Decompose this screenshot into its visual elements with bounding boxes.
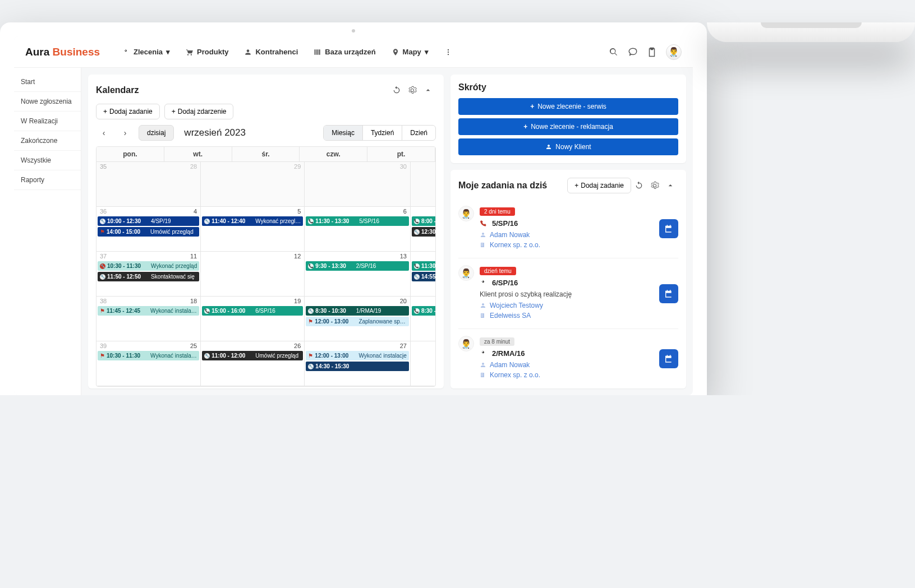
main-nav: Zlecenia▾ Produkty Kontrahenci Baza urzą…: [122, 48, 609, 56]
collapse-icon[interactable]: [663, 178, 678, 193]
calendar-cell[interactable]: 3925⚑10:30 - 11:30Wykonać instala…: [96, 341, 201, 386]
calendar-event[interactable]: ⚑11:45 - 12:45Wykonać instala…: [98, 306, 199, 316]
task-person[interactable]: Adam Nowak: [480, 361, 654, 369]
calendar-cell[interactable]: 20🔧8:30 - 10:301/RMA/19⚑12:00 - 13:00Zap…: [305, 297, 411, 341]
calendar-cell[interactable]: 364🔧10:00 - 12:304/SP/19⚑14:00 - 15:00Um…: [96, 207, 201, 252]
task-company[interactable]: Kornex sp. z o.o.: [480, 371, 654, 379]
calendar-cell[interactable]: 3818⚑11:45 - 12:45Wykonać instala…: [96, 297, 201, 341]
view-month[interactable]: Miesiąc: [324, 126, 363, 140]
task-company[interactable]: Edelweiss SA: [480, 312, 654, 320]
refresh-icon[interactable]: [389, 82, 404, 98]
nav-baza[interactable]: Baza urządzeń: [314, 48, 375, 56]
shortcut-serwis[interactable]: +Nowe zlecenie - serwis: [458, 98, 678, 115]
shortcut-klient[interactable]: Nowy Klient: [458, 138, 678, 155]
calendar-cell[interactable]: 19📞15:00 - 16:006/SP/16: [201, 297, 305, 341]
user-avatar[interactable]: 👨‍⚕️: [666, 44, 682, 60]
calendar-event[interactable]: 📞8:30 - 10:304/SP/16: [412, 306, 436, 316]
task-item: 👨‍⚕️dzień temu6/SP/16Klient prosi o szyb…: [458, 258, 678, 329]
calendar-event[interactable]: 📞15:00 - 16:006/SP/16: [202, 306, 303, 316]
task-ref[interactable]: 6/SP/16: [480, 279, 654, 287]
calendar-cell[interactable]: 31: [411, 162, 436, 207]
calendar-cell[interactable]: 28: [411, 341, 436, 386]
sidebar-zakonczone[interactable]: Zakończone: [14, 131, 81, 151]
calendar-event[interactable]: 🔧11:40 - 12:40Wykonać przegl…: [202, 216, 303, 226]
collapse-icon[interactable]: [420, 82, 436, 98]
shortcuts-panel: Skróty +Nowe zlecenie - serwis +Nowe zle…: [450, 75, 686, 163]
task-company[interactable]: Kornex sp. z o.o.: [480, 241, 654, 249]
calendar-event[interactable]: 📞11:30 - 13:301/RMA/19: [412, 261, 436, 271]
calendar-event[interactable]: 📞8:00 - 10:006/SP/16: [412, 216, 436, 226]
calendar-cell[interactable]: 14📞11:30 - 13:301/RMA/19🔧14:55 - 15:551/…: [411, 252, 436, 297]
task-person[interactable]: Adam Nowak: [480, 231, 654, 239]
calendar-cell[interactable]: 3711🔧10:30 - 11:30Wykonać przegląd🔧11:50…: [96, 252, 201, 297]
sidebar-realizacji[interactable]: W Realizacji: [14, 112, 81, 131]
task-badge: dzień temu: [480, 267, 516, 275]
calendar-event[interactable]: 🔧14:55 - 15:551/SP/21: [412, 272, 436, 281]
tasks-add-button[interactable]: + Dodaj zadanie: [567, 178, 631, 193]
shortcut-reklamacja[interactable]: +Nowe zlecenie - reklamacja: [458, 118, 678, 135]
calendar-title: Kalendarz: [96, 85, 389, 95]
calendar-event[interactable]: ⚑10:30 - 11:30Wykonać instala…: [98, 351, 199, 360]
shortcuts-title: Skróty: [458, 82, 678, 92]
view-week[interactable]: Tydzień: [363, 126, 402, 140]
clipboard-icon[interactable]: [647, 47, 657, 57]
nav-more[interactable]: [444, 48, 452, 56]
nav-mapy[interactable]: Mapy▾: [392, 48, 429, 56]
calendar-event[interactable]: 🔧14:30 - 15:30: [306, 362, 409, 371]
nav-zlecenia[interactable]: Zlecenia▾: [122, 48, 170, 56]
task-ref[interactable]: 2/RMA/16: [480, 349, 654, 358]
calendar-event[interactable]: ⚑12:00 - 13:00Zaplanowane sp…: [306, 317, 409, 326]
next-month[interactable]: ›: [117, 125, 133, 141]
calendar-cell[interactable]: 7📞8:00 - 10:006/SP/16🔧12:30 - 13:30: [411, 207, 436, 252]
task-avatar: 👨‍⚕️: [458, 206, 474, 221]
svg-point-2: [448, 53, 449, 54]
calendar-cell[interactable]: 30: [305, 162, 411, 207]
calendar-cell[interactable]: 26🔧11:00 - 12:00Umówić przegląd: [201, 341, 305, 386]
calendar-cell[interactable]: 12: [201, 252, 305, 297]
month-label: wrzesień 2023: [184, 127, 246, 138]
gear-icon[interactable]: [647, 178, 663, 193]
sidebar-start[interactable]: Start: [14, 72, 81, 92]
task-calendar-button[interactable]: [659, 284, 678, 303]
chat-icon[interactable]: [628, 47, 638, 57]
refresh-icon[interactable]: [631, 178, 647, 193]
calendar-event[interactable]: 🔧11:50 - 12:50Skontaktować się: [98, 272, 199, 281]
nav-produkty[interactable]: Produkty: [186, 48, 228, 56]
task-avatar: 👨‍⚕️: [458, 336, 474, 351]
calendar-cell[interactable]: 13📞9:30 - 13:302/SP/16: [305, 252, 411, 297]
today-button[interactable]: dzisiaj: [139, 125, 174, 141]
calendar-cell[interactable]: 21📞8:30 - 10:304/SP/16: [411, 297, 436, 341]
calendar-cell[interactable]: 6📞11:30 - 13:305/SP/16: [305, 207, 411, 252]
task-ref[interactable]: 5/SP/16: [480, 219, 654, 228]
task-calendar-button[interactable]: [659, 349, 678, 368]
search-icon[interactable]: [609, 47, 619, 57]
calendar-event[interactable]: ⚑12:00 - 13:00Wykonać instalacje: [306, 351, 409, 360]
add-event-button[interactable]: + Dodaj zdarzenie: [164, 104, 234, 119]
calendar-event[interactable]: 🔧12:30 - 13:30: [412, 227, 436, 237]
task-calendar-button[interactable]: [659, 219, 678, 238]
view-day[interactable]: Dzień: [402, 126, 435, 140]
sidebar-nowe[interactable]: Nowe zgłoszenia: [14, 92, 81, 112]
sidebar-wszystkie[interactable]: Wszystkie: [14, 151, 81, 170]
calendar-event[interactable]: 🔧10:30 - 11:30Wykonać przegląd: [98, 261, 199, 271]
chevron-down-icon: ▾: [166, 48, 170, 56]
nav-kontrahenci[interactable]: Kontrahenci: [244, 48, 298, 56]
calendar-event[interactable]: 📞9:30 - 13:302/SP/16: [306, 261, 409, 271]
calendar-cell[interactable]: 5🔧11:40 - 12:40Wykonać przegl…: [201, 207, 305, 252]
calendar-event[interactable]: 📞11:30 - 13:305/SP/16: [306, 216, 409, 226]
task-person[interactable]: Wojciech Testowy: [480, 302, 654, 309]
gear-icon[interactable]: [404, 82, 420, 98]
sidebar-raporty[interactable]: Raporty: [14, 170, 81, 190]
task-item: 👨‍⚕️za 8 minut2/RMA/16Adam NowakKornex s…: [458, 329, 678, 388]
calendar-cell[interactable]: 3528: [96, 162, 201, 207]
add-task-button[interactable]: + Dodaj zadanie: [96, 104, 160, 119]
calendar-event[interactable]: 🔧10:00 - 12:304/SP/19: [98, 216, 199, 226]
calendar-cell[interactable]: 29: [201, 162, 305, 207]
prev-month[interactable]: ‹: [96, 125, 112, 141]
calendar-event[interactable]: 🔧8:30 - 10:301/RMA/19: [306, 306, 409, 316]
tasks-panel: Moje zadania na dziś + Dodaj zadanie 👨‍⚕…: [450, 170, 686, 388]
calendar-event[interactable]: 🔧11:00 - 12:00Umówić przegląd: [202, 351, 303, 360]
svg-point-1: [448, 51, 449, 52]
calendar-cell[interactable]: 27⚑12:00 - 13:00Wykonać instalacje🔧14:30…: [305, 341, 411, 386]
calendar-event[interactable]: ⚑14:00 - 15:00Umówić przegląd: [98, 227, 199, 237]
